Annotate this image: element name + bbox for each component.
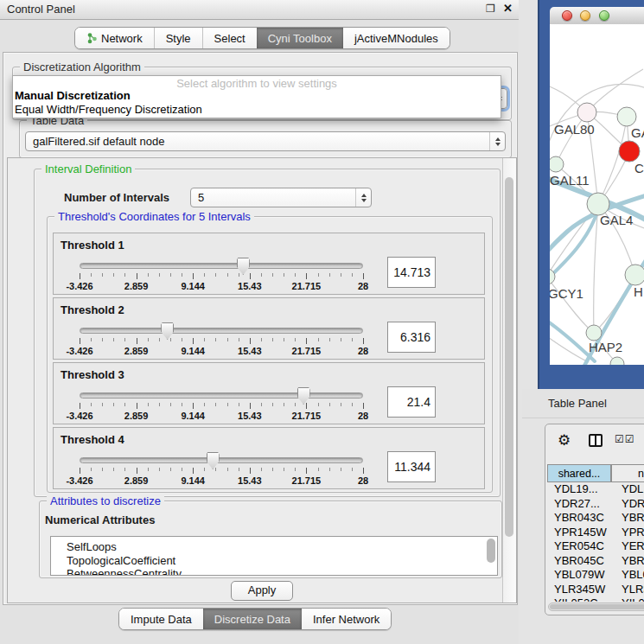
close-icon[interactable]: ✕: [503, 2, 513, 15]
minimize-traffic-light[interactable]: [580, 10, 590, 21]
tab-impute-data[interactable]: Impute Data: [119, 609, 203, 629]
cell-name: YBR0: [611, 511, 644, 526]
tab-infer-network[interactable]: Infer Network: [302, 609, 391, 629]
table-data-group: Table Data galFiltered.sif default node: [19, 120, 512, 158]
table-data-combobox[interactable]: galFiltered.sif default node: [25, 131, 506, 151]
gear-icon[interactable]: ⚙: [558, 431, 571, 450]
scrollbar-thumb[interactable]: [505, 177, 513, 537]
tab-cyni-toolbox[interactable]: Cyni Toolbox: [257, 28, 343, 48]
threshold-value-field[interactable]: 11.344: [387, 451, 436, 482]
settings-vertical-scrollbar[interactable]: [502, 158, 516, 603]
network-node-h[interactable]: [625, 265, 644, 285]
network-window-titlebar[interactable]: [550, 7, 644, 25]
network-icon: [86, 32, 98, 44]
dropdown-option-manual-discretization[interactable]: Manual Discretization: [15, 89, 131, 102]
slider-tick-labels: -3.4262.8599.14415.4321.71528: [80, 411, 363, 422]
slider-thumb[interactable]: [161, 322, 174, 340]
interval-definition-group: Interval Definition Number of Intervals …: [34, 169, 501, 497]
threshold-label: Threshold 2: [61, 303, 124, 316]
slider-track[interactable]: [80, 328, 363, 334]
thresholds-group: Threshold's Coordinates for 5 Intervals …: [47, 216, 493, 493]
threshold-slider[interactable]: [80, 328, 363, 335]
cell-shared-name: YLR345W: [547, 583, 611, 597]
bottom-tabs: Impute DataDiscretize DataInfer Network: [118, 608, 392, 630]
tab-network[interactable]: Network: [75, 28, 154, 48]
threshold-slider[interactable]: [80, 457, 363, 465]
threshold-value-field[interactable]: 21.4: [387, 386, 436, 418]
attribute-item-betweennesscentrality[interactable]: BetweennessCentrality: [51, 567, 497, 576]
threshold-panel-2: Threshold 2-3.4262.8599.14415.4321.71528…: [53, 297, 485, 360]
threshold-slider[interactable]: [80, 392, 363, 400]
network-node-gal11[interactable]: [550, 156, 564, 172]
zoom-traffic-light[interactable]: [599, 10, 609, 21]
tab-jactivemnodules[interactable]: jActiveMNodules: [343, 28, 450, 48]
slider-thumb[interactable]: [207, 452, 220, 469]
table-row[interactable]: YLR345WYLR3: [547, 583, 644, 597]
column-layout-icon[interactable]: [589, 434, 603, 447]
table-row[interactable]: YDR27...YDR2: [547, 497, 644, 512]
cell-shared-name: YPR145W: [547, 526, 611, 540]
network-window-frame: GAL80GACGAL11GAL4GCY1HHAP2: [538, 0, 644, 389]
attribute-item-selfloops[interactable]: SelfLoops: [51, 540, 497, 554]
network-node-gal80[interactable]: [577, 103, 596, 122]
table-row[interactable]: YER054CYER0: [547, 539, 644, 554]
cell-name: YBR0: [611, 554, 644, 569]
threshold-value-field[interactable]: 14.713: [387, 257, 436, 288]
tab-label: Infer Network: [313, 613, 379, 626]
network-node-hap2[interactable]: [586, 325, 602, 341]
numerical-attributes-list[interactable]: SelfLoopsTopologicalCoefficientBetweenne…: [50, 536, 498, 576]
number-of-intervals-combobox[interactable]: 5: [190, 188, 372, 207]
table-panel: ⚙ ☑☑ shared... n YDL19...YDL1YDR27...YDR…: [545, 424, 644, 615]
tab-select[interactable]: Select: [202, 28, 257, 48]
settings-scrollpane: Interval Definition Number of Intervals …: [7, 157, 517, 603]
attribute-item-topologicalcoefficient[interactable]: TopologicalCoefficient: [51, 554, 497, 568]
node-label-hap2: HAP2: [589, 340, 622, 354]
node-label-h: H: [634, 284, 643, 299]
table-panel-headerbar: Table Panel: [522, 389, 644, 418]
node-label-gal80: GAL80: [554, 122, 595, 137]
tab-label: jActiveMNodules: [354, 32, 438, 45]
table-horizontal-scrollbar[interactable]: [548, 603, 644, 611]
slider-track[interactable]: [80, 263, 363, 269]
apply-button[interactable]: Apply: [231, 581, 293, 601]
network-canvas[interactable]: GAL80GACGAL11GAL4GCY1HHAP2: [550, 24, 644, 365]
slider-thumb[interactable]: [297, 387, 310, 405]
stepper-arrows-icon: [355, 188, 371, 207]
tab-style[interactable]: Style: [154, 28, 202, 48]
network-node-c[interactable]: [619, 141, 640, 162]
table-row[interactable]: YDL19...YDL1: [547, 482, 644, 497]
table-row[interactable]: YBR043CYBR0: [547, 511, 644, 526]
table-row[interactable]: YBL079WYBL0: [547, 568, 644, 583]
number-of-intervals-label: Number of Intervals: [64, 191, 169, 204]
table-row[interactable]: YIL052CYIL0: [547, 596, 644, 602]
slider-thumb[interactable]: [237, 258, 250, 275]
slider-track[interactable]: [80, 457, 363, 463]
column-header-shared[interactable]: shared...: [547, 464, 611, 482]
tab-label: Network: [101, 32, 143, 45]
tab-label: Cyni Toolbox: [268, 32, 332, 45]
cell-shared-name: YDL19...: [547, 482, 611, 497]
table-data-selected: galFiltered.sif default node: [33, 135, 164, 148]
node-label-c: C: [634, 161, 644, 175]
tab-label: Style: [166, 32, 191, 45]
scrollbar-thumb[interactable]: [550, 604, 644, 609]
table-rows: YDL19...YDL1YDR27...YDR2YBR043CYBR0YPR14…: [547, 482, 644, 602]
checkbox-icons[interactable]: ☑☑: [615, 433, 635, 445]
threshold-value-field[interactable]: 6.316: [387, 322, 436, 353]
tab-discretize-data[interactable]: Discretize Data: [203, 609, 302, 629]
column-header-name[interactable]: n: [611, 464, 644, 482]
network-node-ga[interactable]: [617, 107, 636, 126]
cell-shared-name: YBR045C: [547, 554, 611, 569]
table-row[interactable]: YPR145WYPR1: [547, 526, 644, 540]
threshold-slider[interactable]: [80, 263, 363, 271]
slider-ticks: [80, 468, 363, 475]
dropdown-option-equal-width-frequency-discretization[interactable]: Equal Width/Frequency Discretization: [15, 103, 202, 116]
float-window-icon[interactable]: ❐: [486, 3, 495, 15]
node-label-gal4: GAL4: [600, 213, 633, 227]
cell-name: YDR2: [611, 497, 644, 512]
cell-shared-name: YIL052C: [547, 596, 611, 602]
table-row[interactable]: YBR045CYBR0: [547, 554, 644, 569]
attributes-list-scrollbar[interactable]: [487, 539, 495, 563]
slider-track[interactable]: [80, 392, 363, 399]
close-traffic-light[interactable]: [562, 10, 572, 21]
